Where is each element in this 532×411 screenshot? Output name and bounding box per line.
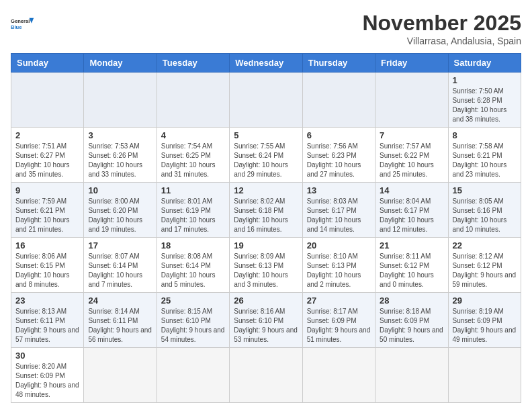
calendar-day: 7Sunrise: 7:57 AM Sunset: 6:22 PM Daylig… <box>375 128 448 183</box>
logo: GeneralBlue <box>11 11 36 36</box>
header-monday: Monday <box>84 54 157 73</box>
calendar-day: 26Sunrise: 8:16 AM Sunset: 6:10 PM Dayli… <box>230 293 302 348</box>
day-info: Sunrise: 8:00 AM Sunset: 6:20 PM Dayligh… <box>88 197 152 234</box>
calendar-day: 28Sunrise: 8:18 AM Sunset: 6:09 PM Dayli… <box>375 293 448 348</box>
day-info: Sunrise: 8:12 AM Sunset: 6:12 PM Dayligh… <box>453 252 517 289</box>
day-number: 23 <box>15 295 79 306</box>
calendar-day: 30Sunrise: 8:20 AM Sunset: 6:09 PM Dayli… <box>11 348 84 403</box>
day-number: 29 <box>453 295 517 306</box>
day-info: Sunrise: 7:58 AM Sunset: 6:21 PM Dayligh… <box>453 142 517 179</box>
day-number: 10 <box>88 185 152 195</box>
svg-marker-2 <box>30 18 34 24</box>
calendar-day: 21Sunrise: 8:11 AM Sunset: 6:12 PM Dayli… <box>375 238 448 293</box>
calendar-day: 6Sunrise: 7:56 AM Sunset: 6:23 PM Daylig… <box>302 128 375 183</box>
day-number: 17 <box>88 240 152 250</box>
day-info: Sunrise: 7:55 AM Sunset: 6:24 PM Dayligh… <box>234 142 298 179</box>
calendar-day: 1Sunrise: 7:50 AM Sunset: 6:28 PM Daylig… <box>448 73 521 128</box>
day-number: 12 <box>234 185 298 195</box>
calendar-day: 22Sunrise: 8:12 AM Sunset: 6:12 PM Dayli… <box>448 238 521 293</box>
day-number: 2 <box>15 130 79 140</box>
day-info: Sunrise: 8:15 AM Sunset: 6:10 PM Dayligh… <box>161 307 225 345</box>
calendar-day: 8Sunrise: 7:58 AM Sunset: 6:21 PM Daylig… <box>448 128 521 183</box>
logo-icon: GeneralBlue <box>11 11 36 36</box>
calendar-day: 27Sunrise: 8:17 AM Sunset: 6:09 PM Dayli… <box>302 293 375 348</box>
day-info: Sunrise: 8:18 AM Sunset: 6:09 PM Dayligh… <box>380 307 443 345</box>
day-number: 11 <box>161 185 225 195</box>
day-info: Sunrise: 8:01 AM Sunset: 6:19 PM Dayligh… <box>161 197 225 234</box>
day-info: Sunrise: 8:03 AM Sunset: 6:17 PM Dayligh… <box>307 197 371 234</box>
calendar-day: 10Sunrise: 8:00 AM Sunset: 6:20 PM Dayli… <box>84 183 157 238</box>
day-number: 13 <box>307 185 371 195</box>
day-number: 16 <box>15 240 79 250</box>
day-number: 25 <box>161 295 225 306</box>
day-info: Sunrise: 8:06 AM Sunset: 6:15 PM Dayligh… <box>15 252 79 289</box>
calendar-week-row: 1Sunrise: 7:50 AM Sunset: 6:28 PM Daylig… <box>11 73 521 128</box>
calendar-table: Sunday Monday Tuesday Wednesday Thursday… <box>11 53 521 403</box>
calendar-week-row: 23Sunrise: 8:13 AM Sunset: 6:11 PM Dayli… <box>11 293 521 348</box>
day-info: Sunrise: 7:50 AM Sunset: 6:28 PM Dayligh… <box>453 87 517 124</box>
day-number: 14 <box>380 185 443 195</box>
day-number: 18 <box>161 240 225 250</box>
day-info: Sunrise: 8:13 AM Sunset: 6:11 PM Dayligh… <box>15 307 79 345</box>
day-number: 4 <box>161 130 225 140</box>
calendar-week-row: 9Sunrise: 7:59 AM Sunset: 6:21 PM Daylig… <box>11 183 521 238</box>
month-title: November 2025 <box>362 11 521 36</box>
day-number: 20 <box>307 240 371 250</box>
header-thursday: Thursday <box>302 54 375 73</box>
calendar-day: 29Sunrise: 8:19 AM Sunset: 6:09 PM Dayli… <box>448 293 521 348</box>
day-info: Sunrise: 7:57 AM Sunset: 6:22 PM Dayligh… <box>380 142 443 179</box>
calendar-day <box>84 348 157 403</box>
day-number: 7 <box>380 130 443 140</box>
day-number: 8 <box>453 130 517 140</box>
day-number: 21 <box>380 240 443 250</box>
day-number: 6 <box>307 130 371 140</box>
day-info: Sunrise: 8:10 AM Sunset: 6:13 PM Dayligh… <box>307 252 371 289</box>
calendar-day: 4Sunrise: 7:54 AM Sunset: 6:25 PM Daylig… <box>157 128 229 183</box>
day-number: 5 <box>234 130 298 140</box>
calendar-day <box>157 73 229 128</box>
day-info: Sunrise: 8:04 AM Sunset: 6:17 PM Dayligh… <box>380 197 443 234</box>
calendar-header-row: Sunday Monday Tuesday Wednesday Thursday… <box>11 54 521 73</box>
svg-text:Blue: Blue <box>11 24 21 30</box>
calendar-day <box>84 73 157 128</box>
day-number: 22 <box>453 240 517 250</box>
calendar-day: 17Sunrise: 8:07 AM Sunset: 6:14 PM Dayli… <box>84 238 157 293</box>
day-info: Sunrise: 8:16 AM Sunset: 6:10 PM Dayligh… <box>234 307 298 345</box>
calendar-week-row: 30Sunrise: 8:20 AM Sunset: 6:09 PM Dayli… <box>11 348 521 403</box>
day-info: Sunrise: 8:20 AM Sunset: 6:09 PM Dayligh… <box>15 362 79 400</box>
header-tuesday: Tuesday <box>157 54 229 73</box>
calendar-day: 24Sunrise: 8:14 AM Sunset: 6:11 PM Dayli… <box>84 293 157 348</box>
day-number: 3 <box>88 130 152 140</box>
day-info: Sunrise: 8:19 AM Sunset: 6:09 PM Dayligh… <box>453 307 517 345</box>
calendar-day <box>302 73 375 128</box>
calendar-day: 25Sunrise: 8:15 AM Sunset: 6:10 PM Dayli… <box>157 293 229 348</box>
day-number: 30 <box>15 351 79 361</box>
page-header: GeneralBlue November 2025 Villarrasa, An… <box>11 11 521 46</box>
calendar-day <box>11 73 84 128</box>
day-info: Sunrise: 8:09 AM Sunset: 6:13 PM Dayligh… <box>234 252 298 289</box>
title-area: November 2025 Villarrasa, Andalusia, Spa… <box>362 11 521 46</box>
day-info: Sunrise: 8:05 AM Sunset: 6:16 PM Dayligh… <box>453 197 517 234</box>
calendar-day <box>302 348 375 403</box>
calendar-week-row: 2Sunrise: 7:51 AM Sunset: 6:27 PM Daylig… <box>11 128 521 183</box>
calendar-day <box>375 73 448 128</box>
day-info: Sunrise: 7:51 AM Sunset: 6:27 PM Dayligh… <box>15 142 79 179</box>
calendar-day: 15Sunrise: 8:05 AM Sunset: 6:16 PM Dayli… <box>448 183 521 238</box>
day-info: Sunrise: 8:02 AM Sunset: 6:18 PM Dayligh… <box>234 197 298 234</box>
calendar-day <box>230 348 302 403</box>
calendar-day: 11Sunrise: 8:01 AM Sunset: 6:19 PM Dayli… <box>157 183 229 238</box>
day-info: Sunrise: 8:14 AM Sunset: 6:11 PM Dayligh… <box>88 307 152 345</box>
day-info: Sunrise: 8:08 AM Sunset: 6:14 PM Dayligh… <box>161 252 225 289</box>
svg-text:General: General <box>11 18 30 24</box>
day-number: 15 <box>453 185 517 195</box>
calendar-day: 3Sunrise: 7:53 AM Sunset: 6:26 PM Daylig… <box>84 128 157 183</box>
location: Villarrasa, Andalusia, Spain <box>362 36 521 46</box>
calendar-week-row: 16Sunrise: 8:06 AM Sunset: 6:15 PM Dayli… <box>11 238 521 293</box>
day-info: Sunrise: 7:53 AM Sunset: 6:26 PM Dayligh… <box>88 142 152 179</box>
calendar-day: 2Sunrise: 7:51 AM Sunset: 6:27 PM Daylig… <box>11 128 84 183</box>
calendar-day <box>157 348 229 403</box>
day-number: 24 <box>88 295 152 306</box>
calendar-day <box>375 348 448 403</box>
header-wednesday: Wednesday <box>230 54 302 73</box>
calendar-day: 9Sunrise: 7:59 AM Sunset: 6:21 PM Daylig… <box>11 183 84 238</box>
